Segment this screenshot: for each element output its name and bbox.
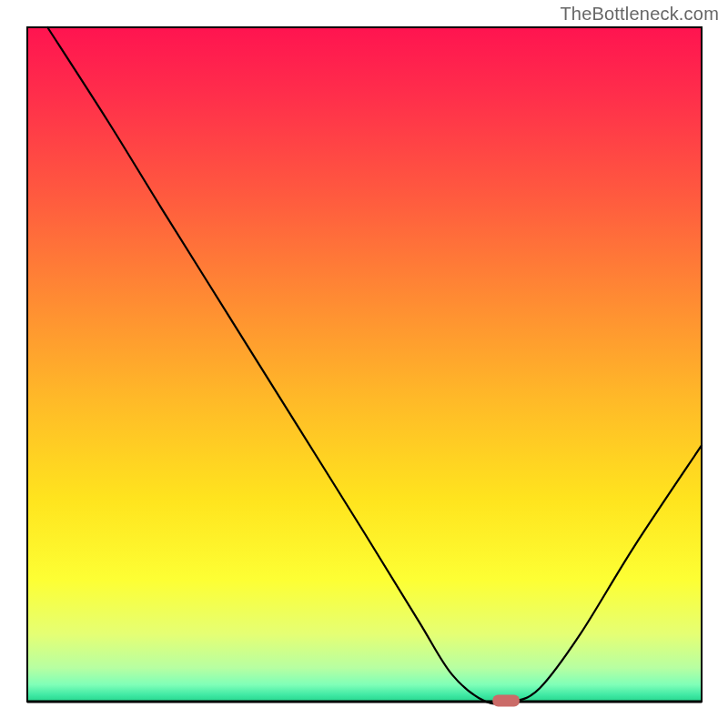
watermark-text: TheBottleneck.com (560, 4, 719, 25)
chart-container: TheBottleneck.com (0, 0, 728, 728)
bottleneck-chart (0, 0, 728, 728)
optimal-marker (492, 695, 520, 707)
